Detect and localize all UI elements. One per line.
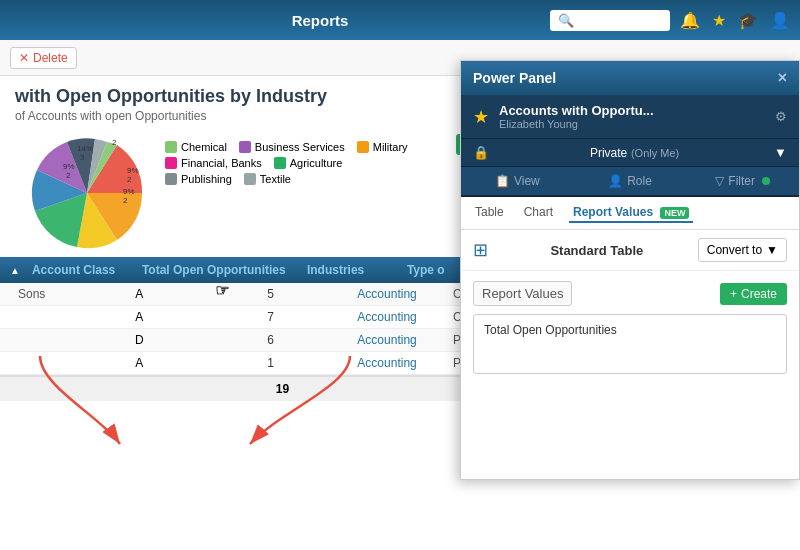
cell-industry-3: Accounting [349,356,445,370]
cell-acclass-2: D [87,333,192,347]
tab-filter-label: Filter [728,174,755,188]
pp-privacy-info: Private (Only Me) [590,145,679,160]
pp-privacy-sub: (Only Me) [631,147,679,159]
legend-label-agriculture: Agriculture [290,157,343,169]
subtab-report-values[interactable]: Report Values NEW [569,203,693,223]
legend-color-agriculture [274,157,286,169]
pp-privacy-row[interactable]: 🔒 Private (Only Me) ▼ [461,139,799,167]
svg-text:14%: 14% [77,144,93,153]
pp-item-title: Accounts with Opportu... [499,103,654,118]
delete-x-icon: ✕ [19,51,29,65]
legend-item-military: Military [357,141,408,153]
table-grid-icon: ⊞ [473,239,488,261]
svg-text:3: 3 [80,153,85,162]
top-nav: Reports 🔍 🔔 ★ 🎓 👤 [0,0,800,40]
pie-chart: 2 14% 3 9% 2 9% 2 9% 2 [15,131,155,251]
legend-label-financial: Financial, Banks [181,157,262,169]
pp-title: Power Panel [473,70,556,86]
cell-industry-2: Accounting [349,333,445,347]
pp-rv-title: Report Values [473,281,572,306]
pp-gear-icon[interactable]: ⚙ [775,109,787,124]
filter-active-dot [762,177,770,185]
pp-close-button[interactable]: × [778,69,787,87]
legend-item-publishing: Publishing [165,173,232,185]
svg-text:2: 2 [112,138,117,147]
view-icon: 📋 [495,174,510,188]
power-panel: Power Panel × ★ Accounts with Opportu...… [460,60,800,480]
cell-total-1: 7 [192,310,349,324]
legend-label-business: Business Services [255,141,345,153]
cell-total-2: 6 [192,333,349,347]
create-label: Create [741,287,777,301]
legend-color-publishing [165,173,177,185]
convert-label: Convert to [707,243,762,257]
pp-privacy-label: Private [590,146,627,160]
legend-item-agriculture: Agriculture [274,157,343,169]
svg-text:2: 2 [123,196,128,205]
pp-rv-header: Report Values + Create [473,281,787,306]
cell-acclass-3: A [87,356,192,370]
delete-button[interactable]: ✕ Delete [10,47,77,69]
tab-role-label: Role [627,174,652,188]
nav-title: Reports [90,12,550,29]
pp-rv-box: Total Open Opportunities [473,314,787,374]
col-industries[interactable]: Industries [299,263,399,277]
subtab-chart[interactable]: Chart [520,203,557,223]
user-icon[interactable]: 👤 [770,11,790,30]
filter-icon: ▽ [715,174,724,188]
pp-star-icon: ★ [473,106,489,128]
legend-color-military [357,141,369,153]
pp-privacy-chevron-icon[interactable]: ▼ [774,145,787,160]
pp-report-values-section: Report Values + Create Total Open Opport… [461,271,799,384]
chart-legend: Chemical Business Services Military Fina… [165,131,415,185]
cell-acclass-1: A [87,310,192,324]
tab-filter[interactable]: ▽ Filter [686,167,799,195]
col-account-class[interactable]: Account Class [24,263,134,277]
legend-label-publishing: Publishing [181,173,232,185]
pp-subtabs: Table Chart Report Values NEW [461,197,799,230]
svg-text:2: 2 [127,175,132,184]
legend-label-chemical: Chemical [181,141,227,153]
svg-text:9%: 9% [127,166,139,175]
nav-right: 🔍 🔔 ★ 🎓 👤 [550,10,790,31]
pp-item-sub: Elizabeth Young [499,118,654,130]
pp-item-row: ★ Accounts with Opportu... Elizabeth You… [461,95,799,139]
new-badge: NEW [660,207,689,219]
pie-chart-svg: 2 14% 3 9% 2 9% 2 9% 2 [15,131,155,251]
pp-table-label: Standard Table [550,243,643,258]
legend-color-business [239,141,251,153]
role-icon: 👤 [608,174,623,188]
pp-header: Power Panel × [461,61,799,95]
graduation-icon[interactable]: 🎓 [738,11,758,30]
cursor-icon: ☞ [215,281,229,300]
search-input[interactable] [574,13,662,27]
tab-role[interactable]: 👤 Role [574,167,687,195]
pp-standard-table-row: ⊞ Standard Table Convert to ▼ [461,230,799,271]
legend-color-chemical [165,141,177,153]
tab-view-label: View [514,174,540,188]
subtab-table[interactable]: Table [471,203,508,223]
search-icon: 🔍 [558,13,574,28]
rv-item-0: Total Open Opportunities [484,323,776,337]
star-icon[interactable]: ★ [712,11,726,30]
convert-to-button[interactable]: Convert to ▼ [698,238,787,262]
cell-acclass-0: A [87,287,192,301]
cell-total-3: 1 [192,356,349,370]
create-plus-icon: + [730,287,737,301]
delete-label: Delete [33,51,68,65]
cell-name-0: Sons [10,287,87,301]
search-box[interactable]: 🔍 [550,10,670,31]
nav-icons: 🔔 ★ 🎓 👤 [680,11,790,30]
svg-text:9%: 9% [63,162,75,171]
total-row-value: 19 [200,382,365,396]
legend-item-chemical: Chemical [165,141,227,153]
tab-view[interactable]: 📋 View [461,167,574,195]
pp-item-info: Accounts with Opportu... Elizabeth Young [499,103,654,130]
create-button[interactable]: + Create [720,283,787,305]
col-total-opp[interactable]: Total Open Opportunities [134,263,299,277]
legend-color-textile [244,173,256,185]
legend-label-textile: Textile [260,173,291,185]
cell-industry-1: Accounting [349,310,445,324]
sort-icon: ▲ [10,265,20,276]
bell-icon[interactable]: 🔔 [680,11,700,30]
